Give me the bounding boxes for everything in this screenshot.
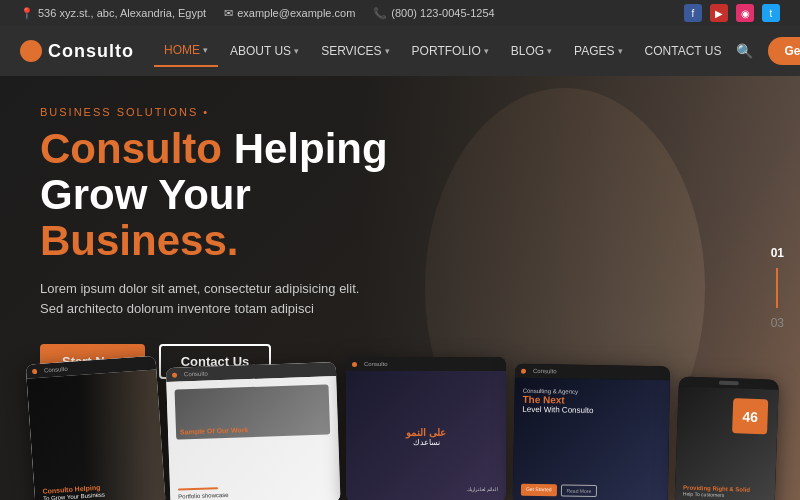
slide-bar (776, 268, 778, 308)
nav-blog[interactable]: BLOG ▾ (501, 36, 562, 66)
device-dot-1 (32, 368, 37, 373)
device-ar-text-3: الدائم لعلتراريك (354, 486, 498, 492)
hero-title: Consulto Helping Grow Your Business. (40, 126, 440, 265)
nav-links: HOME ▾ ABOUT US ▾ SERVICES ▾ PORTFOLIO ▾… (154, 35, 731, 67)
hero-description: Lorem ipsum dolor sit amet, consectetur … (40, 279, 440, 321)
device-logo-2: Consulto (184, 371, 208, 378)
device-mockup-2: Consulto Sample Of Our Work Portfolio sh… (166, 362, 341, 500)
chevron-down-icon: ▾ (547, 46, 552, 56)
facebook-icon[interactable]: f (684, 4, 702, 22)
nav-home[interactable]: HOME ▾ (154, 35, 218, 67)
youtube-icon[interactable]: ▶ (710, 4, 728, 22)
email-info: ✉ example@example.com (224, 7, 355, 20)
nav-pages[interactable]: PAGES ▾ (564, 36, 632, 66)
device-notch-5 (719, 381, 739, 386)
get-started-button[interactable]: Get Started (768, 37, 800, 65)
devices-strip: Consulto Consulto Helping To Grow Your B… (0, 320, 800, 500)
device-overlay-title-2: Sample Of Our Work (180, 426, 249, 435)
device-logo-3: Consulto (364, 361, 388, 367)
device-cta-2-4: Read More (560, 484, 597, 497)
device-ar-main: على النمو (406, 427, 446, 438)
search-icon[interactable]: 🔍 (731, 38, 758, 64)
social-links: f ▶ ◉ t (684, 4, 780, 22)
device-content-5: 46 Providing Right & Solid Help To custo… (674, 386, 778, 500)
device-cta-4: Get Started (521, 484, 557, 497)
phone-icon: 📞 (373, 7, 387, 20)
phone-info: 📞 (800) 123-0045-1254 (373, 7, 494, 20)
logo[interactable]: Consulto (20, 40, 134, 62)
address-icon: 📍 (20, 7, 34, 20)
nav-portfolio[interactable]: PORTFOLIO ▾ (402, 36, 499, 66)
address-info: 📍 536 xyz.st., abc, Alexandria, Egypt (20, 7, 206, 20)
nav-about[interactable]: ABOUT US ▾ (220, 36, 309, 66)
device-mockup-1: Consulto Consulto Helping To Grow Your B… (26, 356, 166, 500)
device-mockup-4: Consulto Consulting & Agency The Next Le… (513, 364, 670, 500)
device-mockup-3: Consulto على النمو نساعدك الدائم لعلترار… (346, 357, 506, 500)
top-bar: 📍 536 xyz.st., abc, Alexandria, Egypt ✉ … (0, 0, 800, 26)
top-bar-left: 📍 536 xyz.st., abc, Alexandria, Egypt ✉ … (20, 7, 495, 20)
instagram-icon[interactable]: ◉ (736, 4, 754, 22)
nav-services[interactable]: SERVICES ▾ (311, 36, 399, 66)
hero-title-line2-white: Grow Your (40, 171, 251, 218)
device-sub-2: Portfolio showcase (178, 488, 332, 499)
chevron-down-icon: ▾ (203, 45, 208, 55)
hero-title-brand: Consulto (40, 125, 222, 172)
device-text-5: Providing Right & Solid Help To customer… (683, 485, 767, 500)
hero-title-helping: Helping (234, 125, 388, 172)
device-sub-title-4: Level With Consulto (522, 405, 661, 416)
hero-section: BUSINESS SOLUTIONS • Consulto Helping Gr… (0, 76, 800, 500)
chevron-down-icon: ▾ (484, 46, 489, 56)
device-dot-2 (172, 372, 177, 377)
device-dot-3 (352, 362, 357, 367)
slide-indicators: 01 03 (771, 246, 784, 330)
twitter-icon[interactable]: t (762, 4, 780, 22)
chevron-down-icon: ▾ (618, 46, 623, 56)
device-content-1: Consulto Helping To Grow Your Business (27, 370, 166, 500)
device-badge-5: 46 (732, 398, 768, 434)
email-text: example@example.com (237, 7, 355, 19)
logo-text: Consulto (48, 41, 134, 62)
nav-contact[interactable]: CONTACT US (635, 36, 732, 66)
device-logo-1: Consulto (44, 366, 68, 374)
device-logo-4: Consulto (533, 368, 557, 374)
email-icon: ✉ (224, 7, 233, 20)
chevron-down-icon: ▾ (294, 46, 299, 56)
device-dot-4 (521, 368, 526, 373)
phone-text: (800) 123-0045-1254 (391, 7, 494, 19)
logo-circle (20, 40, 42, 62)
device-nav-3: Consulto (346, 357, 506, 371)
navbar: Consulto HOME ▾ ABOUT US ▾ SERVICES ▾ PO… (0, 26, 800, 76)
device-content-3: على النمو نساعدك الدائم لعلتراريك (346, 371, 506, 500)
hero-title-line2-orange: Business. (40, 217, 238, 264)
device-ar-title-3: نساعدك (406, 438, 446, 447)
slide-indicator-1[interactable]: 01 (771, 246, 784, 260)
address-text: 536 xyz.st., abc, Alexandria, Egypt (38, 7, 206, 19)
chevron-down-icon: ▾ (385, 46, 390, 56)
hero-subtitle: BUSINESS SOLUTIONS • (40, 106, 440, 118)
device-ar-sub-3: الدائم لعلتراريك (354, 486, 498, 492)
device-mockup-5: 46 Providing Right & Solid Help To custo… (674, 376, 778, 500)
nav-actions: 🔍 Get Started (731, 37, 800, 65)
device-content-2: Sample Of Our Work Portfolio showcase (166, 376, 340, 500)
device-content-4: Consulting & Agency The Next Level With … (513, 378, 670, 500)
